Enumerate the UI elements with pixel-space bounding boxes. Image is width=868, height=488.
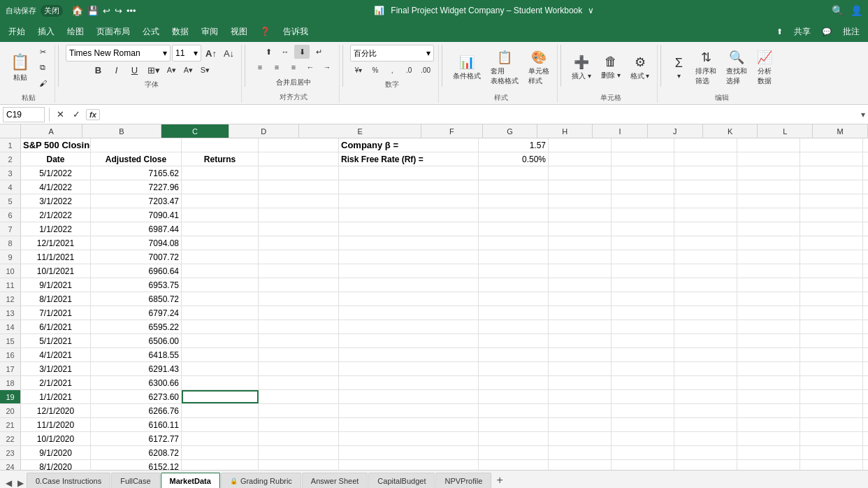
search-icon[interactable]: 🔍 <box>832 5 844 16</box>
cell-g18[interactable] <box>549 376 612 389</box>
cell-b22[interactable]: 6172.77 <box>91 432 182 445</box>
cell-h24[interactable] <box>612 460 674 470</box>
row-number[interactable]: 18 <box>0 376 21 389</box>
cell-e13[interactable] <box>339 306 479 320</box>
conditional-format-button[interactable]: 📊 条件格式 <box>449 52 484 83</box>
sheet-tab-5[interactable]: CapitalBudget <box>368 473 435 488</box>
cell-b7[interactable]: 6987.44 <box>91 222 182 236</box>
wrap-text-button[interactable]: ↵ <box>311 45 326 59</box>
cell-j6[interactable] <box>737 208 800 222</box>
cell-h20[interactable] <box>612 404 674 417</box>
cell-h7[interactable] <box>612 222 674 236</box>
cell-h15[interactable] <box>612 334 674 347</box>
cell-c7[interactable] <box>182 222 259 236</box>
row-number[interactable]: 2 <box>0 152 21 166</box>
cell-d17[interactable] <box>259 362 339 375</box>
cell-a5[interactable]: 3/1/2022 <box>21 194 91 208</box>
cell-i2[interactable] <box>674 152 737 166</box>
paste-button[interactable]: 📋 粘贴 <box>7 51 33 85</box>
cell-h2[interactable] <box>612 152 674 166</box>
row-number[interactable]: 11 <box>0 278 21 292</box>
font-dropdown-icon[interactable]: ▾ <box>163 48 167 58</box>
cell-f11[interactable] <box>479 278 549 292</box>
row-number[interactable]: 17 <box>0 362 21 375</box>
cell-e16[interactable] <box>339 348 479 361</box>
menu-tell[interactable]: 告诉我 <box>277 23 314 41</box>
cell-g12[interactable] <box>549 292 612 306</box>
copy-button[interactable]: ⧉ <box>35 61 50 75</box>
cell-f21[interactable] <box>479 418 549 431</box>
cell-g4[interactable] <box>549 180 612 194</box>
cell-c17[interactable] <box>182 362 259 375</box>
cancel-formula-icon[interactable]: ✕ <box>54 109 67 120</box>
cell-k7[interactable] <box>800 222 863 236</box>
cell-g13[interactable] <box>549 306 612 320</box>
cell-b14[interactable]: 6595.22 <box>91 320 182 333</box>
format-painter-button[interactable]: 🖌 <box>35 76 50 90</box>
cell-g21[interactable] <box>549 418 612 431</box>
cell-e18[interactable] <box>339 376 479 389</box>
cell-i10[interactable] <box>674 264 737 278</box>
cell-i13[interactable] <box>674 306 737 320</box>
cell-k3[interactable] <box>800 166 863 180</box>
cell-d13[interactable] <box>259 306 339 320</box>
col-header-d[interactable]: D <box>229 124 300 138</box>
cell-h9[interactable] <box>612 250 674 264</box>
cell-i22[interactable] <box>674 432 737 445</box>
font-color-button[interactable]: A▾ <box>181 63 196 77</box>
cell-d21[interactable] <box>259 418 339 431</box>
sheet-tab-4[interactable]: Answer Sheet <box>302 473 368 488</box>
cell-i1[interactable] <box>674 138 737 152</box>
menu-data[interactable]: 数据 <box>166 23 194 41</box>
cell-j15[interactable] <box>737 334 800 347</box>
cell-f9[interactable] <box>479 250 549 264</box>
cell-f13[interactable] <box>479 306 549 320</box>
cell-c19[interactable] <box>182 390 259 403</box>
cell-b9[interactable]: 7007.72 <box>91 250 182 264</box>
cell-j7[interactable] <box>737 222 800 236</box>
cell-a14[interactable]: 6/1/2021 <box>21 320 91 333</box>
cell-l20[interactable] <box>863 404 868 417</box>
comment-button[interactable]: 批注 <box>837 23 865 41</box>
fill-color-button[interactable]: A▾ <box>164 63 180 77</box>
cell-i7[interactable] <box>674 222 737 236</box>
row-number[interactable]: 9 <box>0 250 21 264</box>
sheet-tab-3[interactable]: 🔒Grading Rubric <box>221 473 301 488</box>
cell-j9[interactable] <box>737 250 800 264</box>
merge-center-button[interactable]: 合并后居中 <box>273 76 314 89</box>
cell-d22[interactable] <box>259 432 339 445</box>
cell-l17[interactable] <box>863 362 868 375</box>
cell-j23[interactable] <box>737 446 800 459</box>
cell-e12[interactable] <box>339 292 479 306</box>
cell-k21[interactable] <box>800 418 863 431</box>
col-header-l[interactable]: L <box>758 124 813 138</box>
row-number[interactable]: 13 <box>0 306 21 320</box>
cell-l13[interactable] <box>863 306 868 320</box>
sheet-tab-2[interactable]: MarketData <box>161 473 220 488</box>
row-number[interactable]: 5 <box>0 194 21 208</box>
cell-d18[interactable] <box>259 376 339 389</box>
cell-a10[interactable]: 10/1/2021 <box>21 264 91 278</box>
cell-c14[interactable] <box>182 320 259 333</box>
row-number[interactable]: 24 <box>0 460 21 470</box>
add-sheet-button[interactable]: + <box>492 473 507 488</box>
cell-k16[interactable] <box>800 348 863 361</box>
cell-l3[interactable] <box>863 166 868 180</box>
cell-e6[interactable] <box>339 208 479 222</box>
cell-h21[interactable] <box>612 418 674 431</box>
cell-j4[interactable] <box>737 180 800 194</box>
cell-c23[interactable] <box>182 446 259 459</box>
cell-c20[interactable] <box>182 404 259 417</box>
cell-j22[interactable] <box>737 432 800 445</box>
delete-button[interactable]: 🗑 删除 ▾ <box>598 52 624 82</box>
cell-b24[interactable]: 6152.12 <box>91 460 182 470</box>
cell-f19[interactable] <box>479 390 549 403</box>
cell-f17[interactable] <box>479 362 549 375</box>
cell-d14[interactable] <box>259 320 339 333</box>
row-number[interactable]: 23 <box>0 446 21 459</box>
cell-d6[interactable] <box>259 208 339 222</box>
cell-a18[interactable]: 2/1/2021 <box>21 376 91 389</box>
cell-f10[interactable] <box>479 264 549 278</box>
cell-a1[interactable]: S&P 500 Closing Data <box>21 138 91 152</box>
cell-c21[interactable] <box>182 418 259 431</box>
